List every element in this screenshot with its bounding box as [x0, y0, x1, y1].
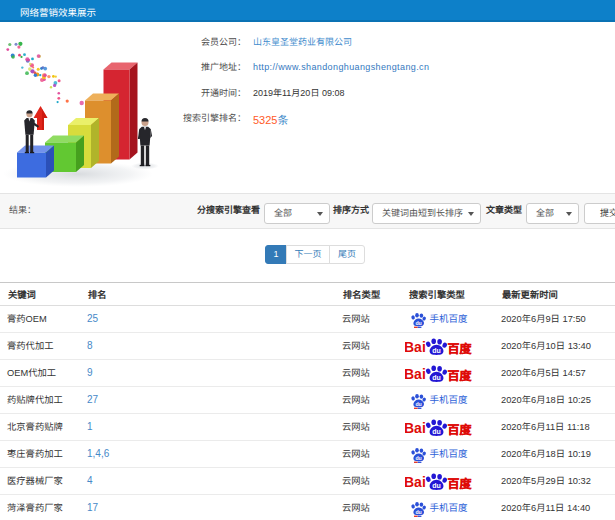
svg-text:Bai: Bai	[405, 365, 426, 381]
svg-text:du: du	[432, 374, 441, 381]
svg-text:du: du	[432, 482, 441, 489]
svg-text:百度: 百度	[448, 419, 473, 436]
svg-text:Bai: Bai	[405, 473, 426, 489]
svg-text:Bai: Bai	[405, 338, 426, 354]
svg-text:du: du	[432, 347, 441, 354]
svg-text:Bai: Bai	[405, 419, 426, 435]
svg-text:百度: 百度	[448, 365, 473, 382]
svg-text:du: du	[415, 400, 421, 406]
svg-text:du: du	[415, 319, 421, 325]
svg-text:du: du	[415, 508, 421, 514]
svg-text:du: du	[415, 454, 421, 460]
svg-text:百度: 百度	[448, 338, 473, 355]
svg-text:百度: 百度	[448, 473, 473, 490]
svg-text:du: du	[432, 428, 441, 435]
